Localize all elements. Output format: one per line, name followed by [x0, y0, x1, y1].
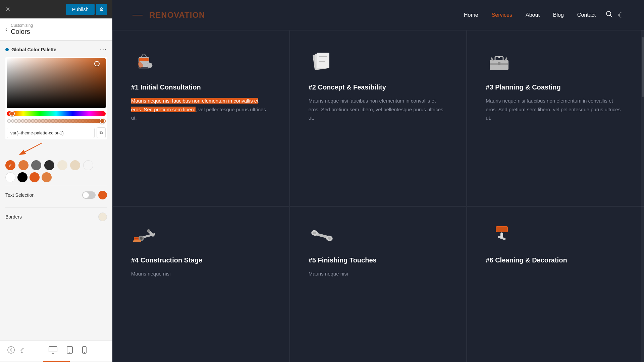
search-nav-button[interactable]: [606, 11, 612, 19]
svg-point-6: [69, 352, 70, 353]
nav-about[interactable]: About: [526, 12, 540, 18]
color-swatches-row1: ✓: [5, 160, 107, 170]
footer-icons: ☾: [5, 344, 107, 357]
hex-row: ⧉: [7, 127, 106, 138]
panel-title-wrap: Customizing Colors: [11, 23, 33, 36]
text-selection-toggle[interactable]: [82, 191, 96, 199]
service-2-desc: Mauris neque nisi faucibus non elementum…: [309, 97, 448, 122]
papers-icon: [309, 47, 335, 74]
mobile-icon: [82, 346, 87, 354]
nav-contact[interactable]: Contact: [577, 12, 596, 18]
swatch-7[interactable]: [83, 160, 93, 170]
svg-rect-13: [139, 58, 149, 61]
more-options-button[interactable]: ···: [100, 46, 107, 53]
dark-mode-button[interactable]: ☾: [618, 11, 624, 19]
borders-color[interactable]: [98, 213, 107, 221]
svg-line-0: [20, 143, 42, 154]
alpha-handle[interactable]: [100, 118, 105, 124]
swatch-8[interactable]: [5, 172, 15, 182]
right-panel: RENOVATION Home Services About Blog Cont…: [112, 0, 644, 362]
swatch-6[interactable]: [70, 160, 80, 170]
settings-button[interactable]: ⚙: [96, 4, 107, 15]
section-title: Global Color Palette: [5, 47, 56, 52]
panel-content: Global Color Palette ··· ⧉: [0, 41, 112, 341]
back-arrow-icon: [7, 346, 15, 354]
publish-button[interactable]: Publish: [66, 4, 95, 15]
mobile-view-button[interactable]: [80, 344, 89, 357]
svg-line-10: [610, 15, 612, 17]
nav-back-button[interactable]: [5, 344, 17, 357]
hex-input[interactable]: [7, 128, 95, 138]
service-1-title: #1 Initial Consultation: [131, 83, 271, 91]
back-button[interactable]: ‹: [5, 26, 7, 33]
color-gradient[interactable]: [7, 58, 106, 108]
toolbox-icon: [486, 47, 513, 74]
service-4-desc: Mauris neque nisi: [131, 269, 271, 278]
section-title-label: Global Color Palette: [11, 47, 56, 52]
swatch-1[interactable]: ✓: [5, 160, 15, 170]
service-card-5: #5 Finishing Touches Mauris neque nisi: [290, 206, 467, 362]
services-grid: #1 Initial Consultation Mauris neque nis…: [112, 30, 644, 362]
swatch-9[interactable]: [17, 172, 28, 182]
nav-links: Home Services About Blog Contact: [464, 12, 596, 18]
scrollbar-thumb[interactable]: [642, 37, 644, 97]
swatch-11[interactable]: [42, 172, 52, 182]
panel-breadcrumb: Customizing: [11, 23, 33, 28]
svg-rect-2: [49, 347, 57, 352]
service-5-icon: [309, 224, 448, 248]
moon-button[interactable]: ☾: [18, 344, 28, 357]
hue-handle[interactable]: [9, 111, 15, 116]
logo-line: [132, 15, 143, 15]
close-button[interactable]: ✕: [5, 6, 10, 13]
alpha-slider[interactable]: [7, 119, 106, 123]
paint-can-icon: [131, 47, 158, 74]
scrollbar-track[interactable]: [641, 30, 644, 362]
service-card-1: #1 Initial Consultation Mauris neque nis…: [112, 30, 289, 206]
svg-rect-15: [149, 67, 151, 68]
arrow-area: [5, 140, 107, 157]
construction-icon: [131, 224, 158, 247]
color-swatches-row2: [5, 172, 107, 182]
swatch-3[interactable]: [31, 160, 41, 170]
svg-rect-40: [496, 227, 507, 232]
desktop-view-button[interactable]: [47, 344, 59, 357]
text-selection-color[interactable]: [98, 191, 107, 199]
nav-blog[interactable]: Blog: [553, 12, 564, 18]
tablet-view-button[interactable]: [65, 344, 75, 357]
borders-row: Borders: [5, 207, 107, 226]
panel-title: Colors: [11, 28, 33, 36]
service-1-icon: [131, 47, 271, 75]
section-header: Global Color Palette ···: [5, 46, 107, 53]
svg-rect-25: [498, 62, 500, 65]
svg-point-31: [140, 237, 143, 240]
text-selection-label: Text Selection: [5, 192, 35, 198]
text-selection-controls: [82, 191, 107, 199]
service-4-title: #4 Construction Stage: [131, 256, 271, 264]
svg-rect-18: [317, 53, 329, 68]
swatch-5[interactable]: [57, 160, 67, 170]
swatch-2[interactable]: [18, 160, 29, 170]
desktop-icon: [49, 346, 57, 354]
service-card-6: #6 Cleaning & Decoration: [467, 206, 644, 362]
nav-home[interactable]: Home: [464, 12, 478, 18]
service-card-4: #4 Construction Stage Mauris neque nisi: [112, 206, 289, 362]
svg-point-8: [84, 352, 85, 353]
svg-rect-26: [498, 56, 500, 58]
site-nav: RENOVATION Home Services About Blog Cont…: [112, 0, 644, 30]
gradient-handle[interactable]: [94, 61, 100, 66]
copy-button[interactable]: ⧉: [97, 127, 106, 138]
text-selection-row: Text Selection: [5, 186, 107, 204]
service-6-title: #6 Cleaning & Decoration: [486, 256, 625, 264]
service-3-desc: Mauris neque nisi faucibus non elementum…: [486, 97, 625, 122]
swatch-4[interactable]: [44, 160, 54, 170]
hue-slider[interactable]: [7, 111, 106, 116]
nav-services[interactable]: Services: [492, 12, 512, 18]
search-icon: [606, 11, 612, 17]
service-2-title: #2 Concept & Feasibility: [309, 83, 448, 91]
nav-icons: ☾: [606, 11, 624, 19]
swatch-10[interactable]: [30, 172, 40, 182]
footer-left: ☾: [5, 344, 28, 357]
service-4-icon: [131, 224, 271, 248]
wrench-icon: [309, 224, 335, 247]
service-card-2: #2 Concept & Feasibility Mauris neque ni…: [290, 30, 467, 206]
